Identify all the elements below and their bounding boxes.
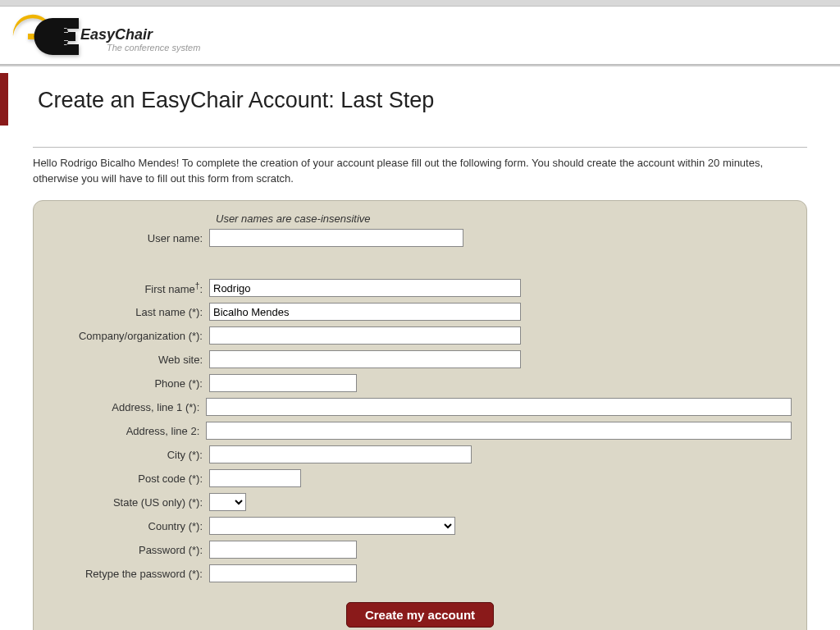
red-accent-bar bbox=[0, 73, 8, 126]
create-account-button[interactable]: Create my account bbox=[346, 602, 494, 628]
input-phone[interactable] bbox=[209, 374, 357, 392]
row-password2: Retype the password (*): bbox=[48, 564, 792, 584]
label-username: User name: bbox=[48, 232, 209, 244]
label-password2: Retype the password (*): bbox=[48, 568, 209, 580]
label-address1: Address, line 1 (*): bbox=[48, 401, 206, 413]
logo-area: EasyChair The conference system bbox=[10, 13, 840, 59]
label-country: Country (*): bbox=[48, 520, 209, 532]
logo-text: EasyChair The conference system bbox=[80, 27, 200, 52]
username-hint: User names are case-insensitive bbox=[216, 212, 792, 225]
row-postcode: Post code (*): bbox=[48, 468, 792, 489]
divider bbox=[33, 147, 807, 148]
label-lastname: Last name (*): bbox=[48, 306, 209, 318]
label-state: State (US only) (*): bbox=[48, 496, 209, 509]
row-country: Country (*): bbox=[48, 516, 792, 536]
input-city[interactable] bbox=[209, 445, 472, 463]
input-website[interactable] bbox=[209, 350, 521, 368]
select-state[interactable] bbox=[209, 493, 246, 511]
page-title: Create an EasyChair Account: Last Step bbox=[38, 73, 434, 126]
input-firstname[interactable] bbox=[209, 279, 521, 297]
label-phone: Phone (*): bbox=[48, 377, 209, 390]
header: EasyChair The conference system bbox=[0, 7, 840, 65]
row-password: Password (*): bbox=[48, 540, 792, 560]
input-postcode[interactable] bbox=[209, 469, 301, 487]
input-company[interactable] bbox=[209, 326, 521, 345]
row-address1: Address, line 1 (*): bbox=[48, 397, 792, 418]
brand-subtitle: The conference system bbox=[107, 43, 200, 52]
label-website: Web site: bbox=[48, 354, 209, 366]
label-firstname-text: First name bbox=[144, 283, 194, 295]
label-address2: Address, line 2: bbox=[48, 425, 206, 437]
select-country[interactable] bbox=[209, 517, 455, 535]
input-address1[interactable] bbox=[206, 398, 792, 416]
brand-title: EasyChair bbox=[80, 27, 200, 42]
separator-bar bbox=[0, 65, 840, 66]
top-strip bbox=[0, 0, 840, 7]
row-phone: Phone (*): bbox=[48, 373, 792, 394]
input-address2[interactable] bbox=[206, 422, 792, 440]
logo-icon bbox=[10, 13, 79, 59]
title-row: Create an EasyChair Account: Last Step bbox=[0, 73, 840, 126]
input-lastname[interactable] bbox=[209, 303, 521, 321]
input-username[interactable] bbox=[209, 229, 463, 247]
content-area: Hello Rodrigo Bicalho Mendes! To complet… bbox=[0, 147, 840, 630]
input-password2[interactable] bbox=[209, 564, 357, 582]
label-city: City (*): bbox=[48, 449, 209, 461]
row-state: State (US only) (*): bbox=[48, 492, 792, 513]
row-username: User name: bbox=[48, 228, 792, 249]
label-password: Password (*): bbox=[48, 544, 209, 556]
label-postcode: Post code (*): bbox=[48, 472, 209, 485]
submit-row: Create my account bbox=[48, 602, 792, 628]
label-firstname-colon: : bbox=[199, 283, 203, 295]
row-website: Web site: bbox=[48, 349, 792, 370]
form-container: User names are case-insensitive User nam… bbox=[33, 200, 807, 630]
label-firstname: First name†: bbox=[48, 281, 209, 295]
row-city: City (*): bbox=[48, 445, 792, 465]
instruction-text: Hello Rodrigo Bicalho Mendes! To complet… bbox=[33, 156, 807, 187]
label-company: Company/organization (*): bbox=[48, 330, 209, 342]
row-firstname: First name†: bbox=[48, 278, 792, 299]
row-company: Company/organization (*): bbox=[48, 326, 792, 346]
row-address2: Address, line 2: bbox=[48, 421, 792, 441]
row-lastname: Last name (*): bbox=[48, 302, 792, 322]
input-password[interactable] bbox=[209, 541, 357, 559]
